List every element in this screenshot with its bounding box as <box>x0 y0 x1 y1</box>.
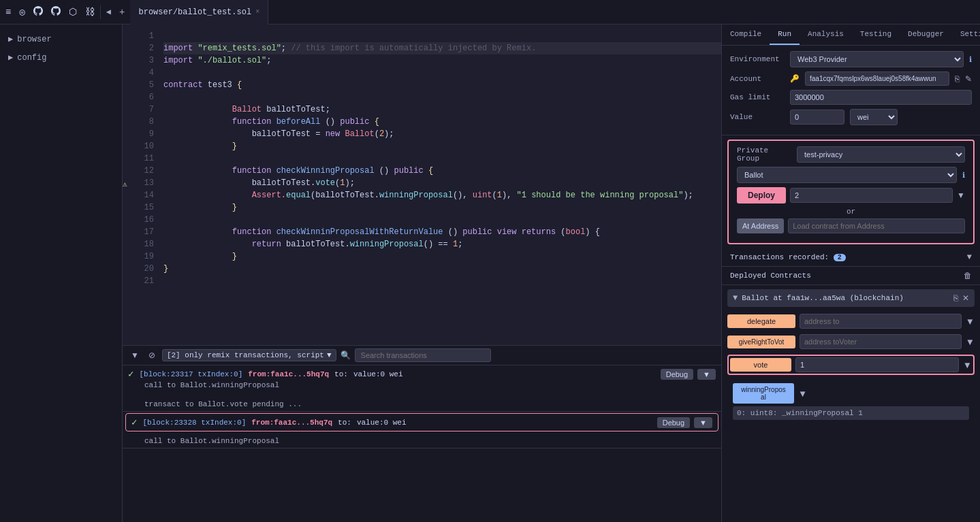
deploy-expand-icon[interactable]: ▼ <box>957 191 965 200</box>
warning-icon: ⚠ <box>123 179 127 191</box>
private-group-select[interactable]: test-privacy <box>797 146 965 163</box>
github-icon[interactable] <box>33 6 43 18</box>
log-from-1: from:faa1c...5hq7q <box>248 370 329 378</box>
top-bar: ≡ ◎ ⬡ ⛓ ◀ + browser/ballot_test.sol × <box>0 0 980 25</box>
delegate-button[interactable]: delegate <box>727 314 795 328</box>
sidebar-item-browser[interactable]: ▶ browser <box>0 30 122 48</box>
filter-label: [2] only remix transactions, script <box>167 351 324 359</box>
deployed-contract-arrow-icon[interactable]: ▼ <box>733 293 738 303</box>
log-value-1: value:0 wei <box>353 370 403 378</box>
collapse-icon[interactable]: ◀ <box>106 7 111 17</box>
sidebar-item-config[interactable]: ▶ config <box>0 48 122 67</box>
log-detail-1b <box>128 391 716 399</box>
tab-debugger[interactable]: Debugger <box>900 25 952 45</box>
transactions-expand-icon[interactable]: ▼ <box>967 252 972 262</box>
tab-testing[interactable]: Testing <box>852 25 900 45</box>
environment-label: Environment <box>730 55 785 63</box>
tab-compile[interactable]: Compile <box>722 25 770 45</box>
vote-button[interactable]: vote <box>730 358 791 372</box>
copy-account-icon[interactable]: ⎘ <box>955 74 960 84</box>
value-row: Value wei <box>730 109 972 125</box>
copy-contract-icon[interactable]: ⎘ <box>953 293 958 303</box>
tab-run[interactable]: Run <box>770 25 800 45</box>
editor-area: ⚠ 12345 678910 1112131415 1617181920 21 … <box>123 25 721 522</box>
code-line-20: } <box>163 263 721 275</box>
log-success-icon-1: ✓ <box>128 368 133 380</box>
link-icon[interactable]: ⛓ <box>85 7 95 18</box>
close-tab-icon[interactable]: × <box>255 8 259 16</box>
environment-select[interactable]: Web3 Provider <box>790 51 964 67</box>
tab-settings[interactable]: Settings <box>952 25 980 45</box>
code-line-2: import "remix_tests.sol"; // this import… <box>163 42 721 54</box>
expand-btn-2[interactable]: ▼ <box>694 417 712 428</box>
workspace: ▶ browser ▶ config ⚠ 12345 678910 111213… <box>0 25 980 522</box>
at-address-input[interactable] <box>788 218 965 233</box>
method-row-vote: vote ▼ <box>727 355 975 375</box>
value-label: Value <box>730 113 785 121</box>
add-file-icon[interactable]: + <box>119 7 125 18</box>
gas-limit-input[interactable] <box>790 90 972 105</box>
code-line-7: Ballot ballotToTest; <box>163 103 721 116</box>
log-detail-3a: call to Ballot.winningProposal <box>128 437 716 445</box>
account-row: Account 🔑 ⎘ ✎ <box>730 71 972 86</box>
expand-btn-1[interactable]: ▼ <box>697 369 716 380</box>
vote-expand-icon[interactable]: ▼ <box>963 360 972 370</box>
filter-dropdown[interactable]: [2] only remix transactions, script ▼ <box>162 349 336 361</box>
value-unit-select[interactable]: wei <box>850 109 898 125</box>
transactions-label: Transactions recorded: 2 <box>730 253 846 261</box>
debug-btn-1[interactable]: Debug <box>661 369 693 380</box>
environment-row: Environment Web3 Provider ℹ <box>730 51 972 67</box>
close-contract-icon[interactable]: ✕ <box>962 293 969 303</box>
value-input[interactable] <box>790 110 844 125</box>
log-tx-1: [block:23317 txIndex:0] <box>139 370 242 378</box>
at-address-button[interactable]: At Address <box>737 218 784 233</box>
console-down-icon[interactable]: ▼ <box>128 349 142 361</box>
menu-icon[interactable]: ≡ <box>5 7 11 18</box>
debug-btn-2[interactable]: Debug <box>657 417 690 428</box>
sidebar: ▶ browser ▶ config <box>0 25 123 522</box>
vote-input[interactable] <box>795 357 959 372</box>
file-tab-name: browser/ballot_test.sol <box>138 7 251 17</box>
circle-icon-1[interactable]: ◎ <box>19 6 25 18</box>
log-detail-1c: transact to Ballot.vote pending ... <box>128 400 716 408</box>
log-to-2: to: <box>338 419 351 427</box>
gas-limit-label: Gas limit <box>730 93 785 101</box>
private-group-section: Private Group test-privacy Ballot ℹ Depl… <box>727 140 975 244</box>
copy-icon[interactable]: ⬡ <box>69 6 77 18</box>
log-value-2: value:0 wei <box>357 419 407 427</box>
github-icon-2[interactable] <box>51 6 61 18</box>
contract-select[interactable]: Ballot <box>737 167 957 183</box>
code-line-16 <box>163 214 721 226</box>
file-tab[interactable]: browser/ballot_test.sol × <box>130 0 268 25</box>
right-panel-nav: Compile Run Analysis Testing Debugger Se… <box>722 25 980 46</box>
delegate-input[interactable] <box>800 314 962 329</box>
method-row-give-right: giveRightToVot ▼ <box>727 334 975 349</box>
deploy-button[interactable]: Deploy <box>737 187 786 203</box>
console-cancel-icon[interactable]: ⊘ <box>146 349 158 361</box>
winning-expand-icon[interactable]: ▼ <box>798 389 807 399</box>
log-tx-2: [block:23328 txIndex:0] <box>142 419 246 427</box>
code-line-4 <box>163 67 721 79</box>
account-input[interactable] <box>805 71 949 86</box>
give-right-input[interactable] <box>800 334 962 349</box>
deployed-contract-name: Ballot at faa1w...aa5wa (blockchain) <box>742 294 949 302</box>
deploy-row: Deploy ▼ <box>737 187 965 203</box>
search-input[interactable] <box>355 348 491 362</box>
delete-contracts-icon[interactable]: 🗑 <box>964 271 972 280</box>
tab-analysis[interactable]: Analysis <box>800 25 852 45</box>
code-line-18: return ballotToTest.winningProposal() ==… <box>163 238 721 250</box>
search-icon: 🔍 <box>341 350 351 361</box>
transactions-header[interactable]: Transactions recorded: 2 ▼ <box>722 248 980 267</box>
give-right-expand-icon[interactable]: ▼ <box>966 337 975 347</box>
edit-account-icon[interactable]: ✎ <box>965 74 972 84</box>
code-content: import "remix_tests.sol"; // this import… <box>158 25 721 345</box>
winning-proposal-button[interactable]: winningProposal <box>733 383 794 404</box>
winning-result: 0: uint8: _winningProposal 1 <box>733 406 969 420</box>
contract-info-icon[interactable]: ℹ <box>962 171 965 180</box>
deploy-input[interactable] <box>790 188 953 203</box>
line-numbers: 12345 678910 1112131415 1617181920 21 <box>133 25 158 345</box>
delegate-expand-icon[interactable]: ▼ <box>966 316 975 327</box>
gas-limit-row: Gas limit <box>730 90 972 105</box>
environment-info-icon[interactable]: ℹ <box>969 55 972 64</box>
give-right-button[interactable]: giveRightToVot <box>727 336 795 348</box>
